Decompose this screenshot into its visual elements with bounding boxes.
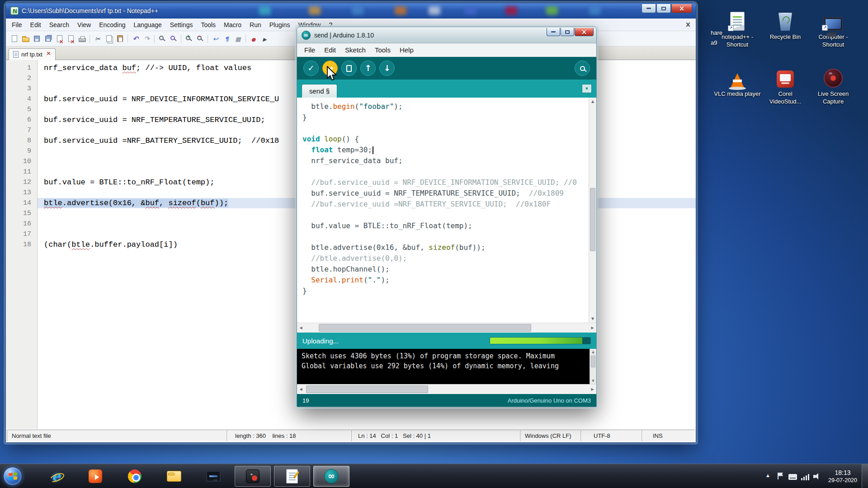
arduino-code-line[interactable] [302, 231, 596, 242]
npp-toolbar-close-icon[interactable] [54, 33, 65, 44]
arduino-code-line[interactable] [302, 166, 596, 177]
npp-status-typing-mode[interactable]: INS [642, 430, 695, 441]
notepadpp-titlebar[interactable]: C:\Users\Subh\Documents\nrf tp.txt - Not… [6, 3, 696, 19]
desktop-icon-live-screen-capture[interactable]: Live Screen Capture [810, 63, 857, 105]
npp-toolbar-find-icon[interactable] [156, 33, 168, 44]
scroll-right-arrow-icon[interactable]: ▶ [589, 323, 596, 333]
arduino-code-line[interactable] [302, 123, 596, 134]
npp-toolbar-cut-icon[interactable] [92, 33, 103, 44]
npp-toolbar-replace-icon[interactable] [168, 33, 179, 44]
arduino-close-button[interactable] [575, 28, 594, 36]
horizontal-scroll-thumb[interactable] [319, 324, 531, 332]
arduino-code-line[interactable]: //btle.advertise(0,0); [302, 253, 596, 264]
arduino-maximize-button[interactable] [561, 28, 574, 36]
npp-toolbar-indent-guide-icon[interactable] [232, 33, 244, 44]
start-button[interactable] [0, 464, 25, 488]
arduino-titlebar[interactable]: send | Arduino 1.8.10 [297, 27, 596, 43]
save-sketch-button[interactable]: ↓ [379, 61, 395, 76]
desktop-icon-vlc-media-player[interactable]: VLC media player [714, 63, 761, 98]
arduino-code-line[interactable]: Serial.print("."); [302, 275, 596, 286]
clipped-icon-label[interactable]: hare a9 [711, 28, 722, 48]
arduino-code-line[interactable]: void loop() { [302, 134, 596, 145]
npp-menu-encoding[interactable]: Encoding [95, 19, 129, 30]
taskbar-item-screen-capture[interactable] [235, 466, 271, 487]
arduino-tab-send[interactable]: send § [302, 84, 337, 98]
taskbar-item-notepad-document[interactable] [274, 466, 310, 487]
taskbar-item-chrome[interactable] [117, 466, 153, 487]
npp-toolbar-macro-record-icon[interactable] [248, 33, 259, 44]
show-desktop-button[interactable] [862, 464, 868, 488]
npp-toolbar-close-all-icon[interactable] [65, 33, 76, 44]
npp-toolbar-new-icon[interactable] [9, 33, 20, 44]
npp-menu-macro[interactable]: Macro [220, 19, 245, 30]
arduino-menu-edit[interactable]: Edit [320, 44, 340, 56]
taskbar-clock[interactable]: 18:13 29-07-2020 [828, 469, 857, 484]
npp-menu-file[interactable]: File [8, 19, 26, 30]
npp-menu-view[interactable]: View [73, 19, 95, 30]
arduino-code-line[interactable]: float temp=30; [302, 145, 596, 155]
arduino-menu-file[interactable]: File [300, 44, 320, 56]
npp-tab-close-icon[interactable] [45, 52, 51, 57]
input-indicator-icon[interactable] [788, 474, 797, 480]
npp-menu-tools[interactable]: Tools [197, 19, 220, 30]
arduino-code-line[interactable]: nrf_service_data buf; [302, 155, 596, 166]
serial-monitor-button[interactable] [575, 61, 590, 76]
arduino-code-line[interactable]: btle.begin("foobar"); [302, 101, 596, 112]
npp-minimize-button[interactable] [642, 4, 656, 13]
arduino-horizontal-scrollbar[interactable]: ◀ ▶ [297, 323, 596, 333]
npp-toolbar-copy-icon[interactable] [103, 33, 114, 44]
taskbar-item-file-explorer[interactable] [156, 466, 192, 487]
verify-button[interactable]: ✓ [303, 61, 319, 76]
npp-status-encoding[interactable]: UTF-8 [580, 430, 642, 441]
scroll-left-arrow-icon[interactable]: ◀ [297, 323, 305, 333]
arduino-code-line[interactable]: //buf.service_uuid =NRF_BATTERY_SERVICE_… [302, 199, 596, 210]
volume-icon[interactable] [813, 472, 821, 480]
vertical-scroll-thumb[interactable] [590, 188, 595, 251]
network-status-icon[interactable] [801, 472, 809, 480]
npp-toolbar-redo-icon[interactable] [141, 33, 152, 44]
npp-menu-settings[interactable]: Settings [166, 19, 197, 30]
npp-toolbar-zoom-out-icon[interactable] [194, 33, 206, 44]
npp-status-eol[interactable]: Windows (CR LF) [520, 430, 580, 441]
scroll-right-arrow-icon[interactable]: ▶ [589, 385, 596, 394]
console-horizontal-scroll-thumb[interactable] [306, 385, 428, 393]
npp-toolbar-undo-icon[interactable] [130, 33, 141, 44]
npp-toolbar-macro-play-icon[interactable] [259, 33, 270, 44]
npp-toolbar-save-icon[interactable] [31, 33, 42, 44]
taskbar-item-internet-explorer[interactable] [38, 466, 74, 487]
arduino-menu-help[interactable]: Help [395, 44, 418, 56]
arduino-code-line[interactable]: } [302, 286, 596, 296]
scroll-down-arrow-icon[interactable]: ▼ [590, 378, 596, 384]
npp-toolbar-open-icon[interactable] [20, 33, 31, 44]
console-vertical-scrollbar[interactable]: ▲ ▼ [590, 349, 596, 384]
new-sketch-button[interactable] [341, 61, 357, 76]
npp-maximize-button[interactable] [656, 4, 671, 13]
scroll-up-arrow-icon[interactable]: ▲ [589, 98, 596, 105]
arduino-console[interactable]: Sketch uses 4306 bytes (13%) of program … [297, 349, 596, 384]
hidden-icons-chevron-icon[interactable] [766, 473, 772, 479]
console-scroll-thumb[interactable] [591, 356, 595, 367]
npp-menu-search[interactable]: Search [45, 19, 73, 30]
arduino-menu-tools[interactable]: Tools [370, 44, 395, 56]
arduino-minimize-button[interactable] [547, 28, 560, 36]
npp-menu-edit[interactable]: Edit [26, 19, 45, 30]
npp-toolbar-show-all-chars-icon[interactable] [221, 33, 232, 44]
taskbar-item-media-player[interactable] [77, 466, 113, 487]
npp-menu-run[interactable]: Run [245, 19, 265, 30]
arduino-vertical-scrollbar[interactable]: ▲ ▼ [589, 98, 596, 323]
npp-menubar-close-button[interactable]: X [682, 22, 694, 28]
npp-tab-nrf-tp[interactable]: nrf tp.txt [9, 48, 56, 60]
npp-toolbar-zoom-in-icon[interactable] [183, 33, 194, 44]
desktop-icon-computer-shortcut[interactable]: Computer - Shortcut [810, 6, 857, 48]
npp-toolbar-print-icon[interactable] [76, 33, 88, 44]
npp-toolbar-paste-icon[interactable] [114, 33, 126, 44]
npp-toolbar-save-all-icon[interactable] [42, 33, 54, 44]
open-sketch-button[interactable]: ↑ [360, 61, 376, 76]
taskbar-item-display-app[interactable] [195, 466, 231, 487]
arduino-code-line[interactable]: buf.value = BTLE::to_nRF_Float(temp); [302, 221, 596, 231]
console-horizontal-scrollbar[interactable]: ◀ ▶ [297, 384, 596, 394]
desktop-icon-corel-videostudio[interactable]: Corel VideoStud... [762, 63, 809, 105]
arduino-code-line[interactable] [302, 210, 596, 221]
tab-menu-dropdown-button[interactable] [582, 84, 592, 93]
npp-close-button[interactable] [671, 4, 692, 13]
